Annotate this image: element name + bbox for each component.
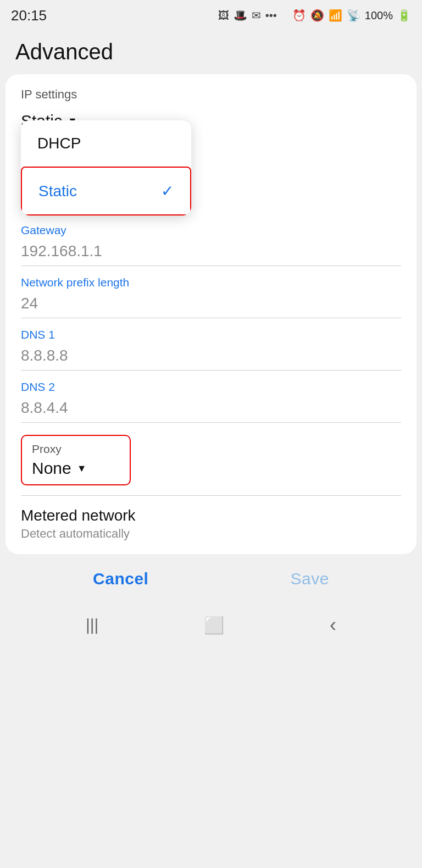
cancel-button[interactable]: Cancel [93, 570, 148, 588]
battery-icon: 🔋 [397, 9, 411, 22]
gateway-label: Gateway [21, 224, 401, 237]
nav-menu-icon[interactable]: ||| [86, 616, 98, 634]
more-icon: ••• [265, 9, 277, 22]
save-button[interactable]: Save [291, 570, 329, 588]
proxy-arrow-icon: ▼ [77, 463, 87, 474]
nav-home-icon[interactable]: ⬜ [204, 616, 224, 635]
nav-back-icon[interactable]: ‹ [330, 613, 336, 637]
dns2-value[interactable]: 8.8.4.4 [21, 396, 401, 422]
mail-icon: ✉ [252, 9, 261, 22]
dns1-field: DNS 1 8.8.8.8 [21, 328, 401, 371]
metered-network-subtitle: Detect automatically [21, 527, 401, 541]
dns1-label: DNS 1 [21, 328, 401, 341]
metered-network-section: Metered network Detect automatically [21, 496, 401, 554]
gateway-field: Gateway 192.168.1.1 [21, 224, 401, 266]
dropdown-item-dhcp[interactable]: DHCP [21, 120, 191, 167]
ip-dropdown-popup: DHCP Static ✓ [21, 120, 191, 215]
main-card: IP settings Static ▼ DHCP Static ✓ Gatew… [5, 74, 417, 554]
network-prefix-field: Network prefix length 24 [21, 276, 401, 318]
signal-icon: 📡 [347, 9, 360, 22]
static-label: Static [38, 183, 77, 200]
battery-indicator: 100% [365, 9, 393, 22]
proxy-section: Proxy None ▼ [21, 423, 401, 496]
mute-icon: 🔕 [310, 9, 324, 22]
proxy-value-row: None ▼ [32, 459, 120, 478]
gateway-value[interactable]: 192.168.1.1 [21, 239, 401, 266]
network-prefix-value[interactable]: 24 [21, 291, 401, 318]
nav-bar: ||| ⬜ ‹ [0, 604, 422, 652]
dns2-field: DNS 2 8.8.4.4 [21, 380, 401, 423]
gallery-icon: 🖼 [218, 9, 229, 22]
page-title: Advanced [0, 29, 422, 74]
network-prefix-divider [21, 318, 401, 318]
gateway-divider [21, 266, 401, 266]
hat-icon: 🎩 [234, 9, 247, 22]
status-time: 20:15 [11, 7, 47, 24]
dns2-label: DNS 2 [21, 380, 401, 394]
static-checkmark-icon: ✓ [161, 182, 174, 200]
dropdown-item-static[interactable]: Static ✓ [21, 167, 191, 215]
proxy-label: Proxy [32, 443, 120, 456]
alarm-icon: ⏰ [292, 9, 306, 22]
wifi-icon: 📶 [329, 9, 342, 22]
dns1-divider [21, 370, 401, 371]
bottom-bar: Cancel Save [0, 554, 422, 604]
proxy-dropdown-box[interactable]: Proxy None ▼ [21, 435, 131, 485]
dns1-value[interactable]: 8.8.8.8 [21, 344, 401, 370]
metered-network-title: Metered network [21, 507, 401, 524]
ip-settings-section: IP settings Static ▼ DHCP Static ✓ [21, 87, 401, 214]
proxy-value: None [32, 459, 71, 478]
status-icons: 🖼 🎩 ✉ ••• ⏰ 🔕 📶 📡 100% 🔋 [218, 9, 411, 22]
ip-settings-label: IP settings [21, 87, 401, 102]
status-bar: 20:15 🖼 🎩 ✉ ••• ⏰ 🔕 📶 📡 100% 🔋 [0, 0, 422, 29]
network-prefix-label: Network prefix length [21, 276, 401, 289]
